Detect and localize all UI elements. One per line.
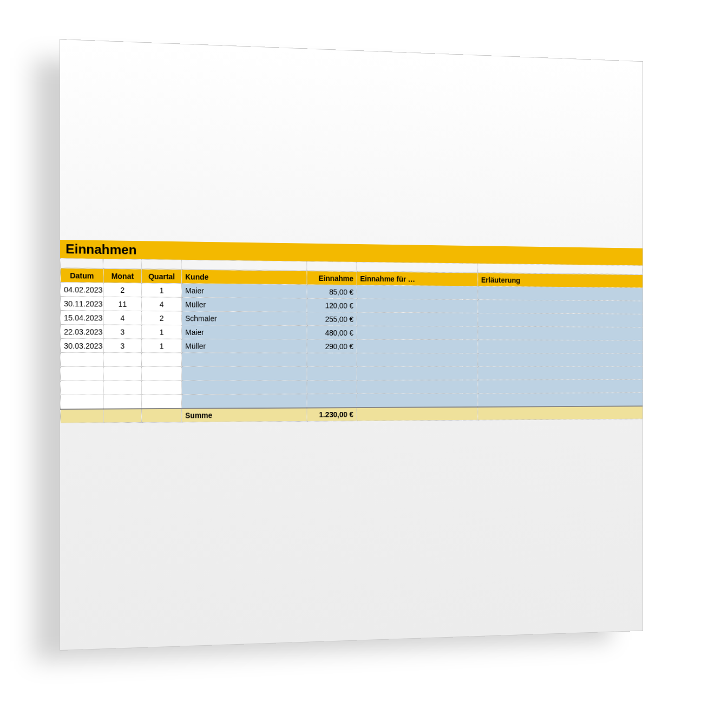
cell-einnahme[interactable] bbox=[307, 353, 357, 366]
summary-cell-empty bbox=[61, 409, 103, 423]
cell-monat[interactable] bbox=[103, 353, 142, 367]
cell-monat[interactable]: 11 bbox=[103, 297, 142, 311]
cell-quartal[interactable]: 1 bbox=[142, 339, 182, 353]
cell-erl[interactable] bbox=[478, 379, 643, 393]
cell-fuer[interactable] bbox=[357, 339, 478, 353]
summary-label: Summe bbox=[182, 408, 307, 422]
cell-datum[interactable] bbox=[61, 353, 103, 367]
income-table: Datum Monat Quartal Kunde Einnahme Einna… bbox=[60, 268, 643, 423]
cell-kunde[interactable]: Müller bbox=[182, 297, 307, 312]
table-row bbox=[61, 366, 644, 381]
spreadsheet-page: Einnahmen Datum Monat Quartal Kunde bbox=[60, 39, 643, 651]
cell-quartal[interactable] bbox=[142, 353, 182, 367]
cell-kunde[interactable]: Schmaler bbox=[182, 311, 307, 326]
cell-fuer[interactable] bbox=[357, 326, 478, 340]
table-row: 22.03.202331Maier480,00 € bbox=[61, 325, 644, 340]
cell-kunde[interactable] bbox=[182, 381, 307, 395]
cell-einnahme[interactable]: 480,00 € bbox=[307, 326, 357, 340]
cell-datum[interactable] bbox=[61, 395, 103, 409]
cell-kunde[interactable] bbox=[182, 353, 307, 367]
cell-datum[interactable]: 30.11.2023 bbox=[61, 297, 103, 311]
cell-monat[interactable]: 3 bbox=[103, 339, 142, 353]
summary-cell-empty bbox=[357, 406, 478, 421]
cell-erl[interactable] bbox=[478, 353, 643, 367]
cell-erl[interactable] bbox=[478, 393, 643, 407]
summary-cell-empty bbox=[478, 406, 643, 420]
cell-einnahme[interactable] bbox=[307, 394, 357, 408]
table-row: 30.03.202331Müller290,00 € bbox=[61, 339, 644, 353]
cell-erl[interactable] bbox=[478, 366, 643, 380]
summary-cell-empty bbox=[142, 408, 182, 422]
cell-einnahme[interactable]: 85,00 € bbox=[307, 285, 357, 299]
cell-quartal[interactable]: 4 bbox=[142, 297, 182, 311]
cell-erl[interactable] bbox=[478, 286, 643, 301]
cell-monat[interactable]: 4 bbox=[103, 311, 142, 325]
cell-erl[interactable] bbox=[478, 313, 643, 327]
col-header-kunde[interactable]: Kunde bbox=[182, 270, 307, 285]
col-header-monat[interactable]: Monat bbox=[103, 268, 142, 283]
col-header-quartal[interactable]: Quartal bbox=[142, 269, 182, 283]
cell-kunde[interactable]: Maier bbox=[182, 325, 307, 339]
cell-quartal[interactable]: 2 bbox=[142, 311, 182, 325]
cell-fuer[interactable] bbox=[357, 393, 478, 408]
col-header-fuer[interactable]: Einnahme für … bbox=[357, 272, 478, 286]
cell-monat[interactable]: 2 bbox=[103, 283, 142, 297]
cell-fuer[interactable] bbox=[357, 353, 478, 366]
cell-einnahme[interactable]: 120,00 € bbox=[307, 298, 357, 312]
table-row bbox=[61, 353, 644, 367]
cell-quartal[interactable] bbox=[142, 366, 182, 381]
cell-quartal[interactable] bbox=[142, 395, 182, 409]
page-title-text: Einnahmen bbox=[65, 241, 136, 257]
cell-datum[interactable] bbox=[61, 381, 103, 395]
summary-cell-empty bbox=[103, 409, 142, 423]
cell-fuer[interactable] bbox=[357, 366, 478, 380]
cell-kunde[interactable]: Müller bbox=[182, 339, 307, 353]
cell-kunde[interactable] bbox=[182, 394, 307, 408]
col-header-datum[interactable]: Datum bbox=[61, 268, 103, 283]
summary-row: Summe 1.230,00 € bbox=[61, 406, 644, 423]
cell-kunde[interactable]: Maier bbox=[182, 284, 307, 298]
cell-quartal[interactable] bbox=[142, 381, 182, 395]
cell-datum[interactable] bbox=[61, 366, 103, 381]
summary-amount: 1.230,00 € bbox=[307, 408, 357, 422]
cell-einnahme[interactable]: 290,00 € bbox=[307, 339, 357, 353]
cell-einnahme[interactable] bbox=[307, 366, 357, 380]
cell-monat[interactable] bbox=[103, 381, 142, 395]
cell-fuer[interactable] bbox=[357, 380, 478, 394]
cell-einnahme[interactable] bbox=[307, 380, 357, 393]
cell-monat[interactable]: 3 bbox=[103, 325, 142, 339]
cell-datum[interactable]: 30.03.2023 bbox=[61, 339, 103, 353]
cell-fuer[interactable] bbox=[357, 312, 478, 326]
cell-fuer[interactable] bbox=[357, 285, 478, 300]
cell-einnahme[interactable]: 255,00 € bbox=[307, 312, 357, 326]
cell-erl[interactable] bbox=[478, 326, 643, 340]
cell-datum[interactable]: 04.02.2023 bbox=[61, 283, 103, 297]
cell-erl[interactable] bbox=[478, 300, 643, 314]
cell-quartal[interactable]: 1 bbox=[142, 283, 182, 297]
cell-datum[interactable]: 15.04.2023 bbox=[61, 311, 103, 325]
cell-kunde[interactable] bbox=[182, 366, 307, 381]
col-header-einnahme[interactable]: Einnahme bbox=[307, 271, 357, 285]
cell-erl[interactable] bbox=[478, 340, 643, 353]
cell-monat[interactable] bbox=[103, 366, 142, 381]
cell-datum[interactable]: 22.03.2023 bbox=[61, 325, 103, 339]
col-header-erl[interactable]: Erläuterung bbox=[478, 273, 643, 288]
cell-quartal[interactable]: 1 bbox=[142, 325, 182, 339]
cell-fuer[interactable] bbox=[357, 299, 478, 313]
cell-monat[interactable] bbox=[103, 395, 142, 409]
